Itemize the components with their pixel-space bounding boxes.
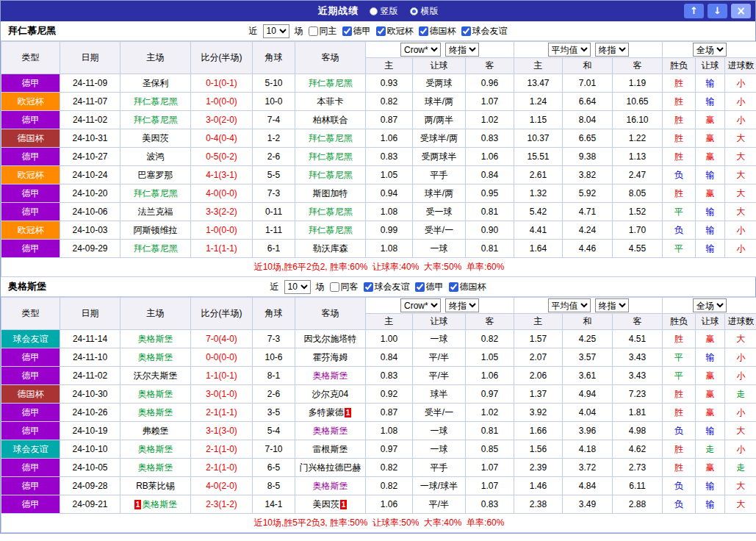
league-filter-checkbox[interactable]	[415, 282, 425, 292]
league-type-cell: 德甲	[1, 203, 60, 221]
odds-source-select[interactable]: 终指	[445, 43, 479, 57]
odds-cell: 1.66	[514, 422, 563, 440]
odds-cell: 1.37	[514, 385, 563, 404]
match-row: 德国杯24-10-31美因茨0-4(0-4)1-2拜仁慕尼黑1.06受球半/两0…	[1, 129, 756, 148]
home-team-cell: 奥格斯堡	[120, 440, 191, 459]
odds-cell: 4.84	[563, 477, 613, 495]
odds-cell: 3.61	[563, 367, 613, 385]
odds-cell: 6.65	[563, 129, 613, 148]
away-team-cell: 奥格斯堡	[295, 367, 366, 385]
score-cell: 4-0(0-0)	[191, 184, 253, 203]
column-subheader: 主	[514, 314, 563, 330]
home-team-cell: 1奥格斯堡	[120, 495, 191, 514]
column-header: 类型	[1, 42, 60, 74]
team-section: 拜仁慕尼黑近10场同主德甲欧冠杯德国杯球会友谊类型日期主场比分(半场)角球客场C…	[1, 21, 755, 277]
result-cell: 输	[696, 422, 725, 440]
result-cell: 赢	[696, 184, 725, 203]
away-team-cell: 拜仁慕尼黑	[295, 221, 366, 240]
score-cell: 1-0(0-0)	[191, 93, 253, 111]
odds-cell: 受半/一	[413, 404, 466, 422]
result-cell: 胜	[663, 404, 696, 422]
league-filter[interactable]: 球会友谊	[461, 25, 508, 37]
date-cell: 24-10-31	[60, 129, 120, 148]
view-mode-radio[interactable]: 横版	[410, 5, 439, 18]
column-subheader: 让球	[413, 314, 466, 330]
league-filter-checkbox[interactable]	[461, 26, 471, 36]
column-subheader: 进球数	[725, 314, 756, 330]
result-cell: 胜	[663, 111, 696, 129]
view-mode-radio[interactable]: 竖版	[370, 5, 398, 18]
result-cell: 大	[725, 203, 756, 221]
odds-source-select[interactable]: Crow*	[400, 43, 441, 57]
home-team-cell: 奥格斯堡	[120, 404, 191, 422]
column-header: 比分(半场)	[191, 298, 253, 330]
column-subheader: 和	[563, 314, 613, 330]
summary-row: 近10场,胜6平2负2, 胜率:60% 让球率:40% 大率:50% 单率:60…	[1, 258, 756, 277]
team-label: 美因茨	[313, 499, 339, 509]
odds-cell: 1.02	[466, 404, 514, 422]
match-row: 德甲24-09-29拜仁慕尼黑1-1(1-1)6-1勒沃库森1.08一球0.81…	[1, 240, 756, 258]
odds-cell: 0.81	[466, 203, 514, 221]
league-filter[interactable]: 德国杯	[419, 25, 456, 37]
team-label: 拜仁慕尼黑	[309, 78, 353, 88]
odds-source-select[interactable]: 终指	[595, 43, 629, 57]
column-subheader: 和	[563, 58, 613, 74]
odds-cell: 7.01	[563, 74, 613, 93]
panel-up-button[interactable]: ↑	[684, 4, 704, 18]
close-button[interactable]: ×	[731, 4, 751, 18]
odds-source-select[interactable]: 终指	[595, 298, 629, 312]
odds-cell: 球半	[413, 385, 466, 404]
home-team-cell: 沃尔夫斯堡	[120, 367, 191, 385]
home-team-cell: 弗赖堡	[120, 422, 191, 440]
date-cell: 24-10-05	[60, 459, 120, 477]
score-cell: 2-3(1-2)	[191, 495, 253, 514]
away-team-cell: 沙尔克04	[295, 385, 366, 404]
league-filter[interactable]: 德甲	[415, 281, 444, 293]
same-venue-filter-checkbox[interactable]	[330, 282, 339, 292]
match-count-select[interactable]: 10	[263, 24, 289, 38]
league-type-cell: 欧冠杯	[1, 166, 60, 184]
odds-cell: 16.10	[613, 111, 663, 129]
score-cell: 2-1(1-0)	[191, 459, 253, 477]
league-filter[interactable]: 德甲	[342, 25, 371, 37]
odds-cell: 3.96	[563, 422, 613, 440]
odds-cell: 0.82	[366, 477, 413, 495]
home-team-cell: 圣保利	[120, 74, 191, 93]
league-filter[interactable]: 德国杯	[449, 281, 486, 293]
score-cell: 1-1(0-1)	[191, 367, 253, 385]
same-venue-filter[interactable]: 同主	[309, 25, 337, 37]
column-header: 主场	[120, 42, 191, 74]
league-filter-checkbox[interactable]	[364, 282, 373, 292]
league-filter[interactable]: 球会友谊	[364, 281, 410, 293]
odds-cell: 0.87	[366, 111, 413, 129]
column-header: 角球	[253, 42, 295, 74]
odds-cell: 1.57	[514, 330, 563, 348]
odds-source-select[interactable]: 全场	[693, 43, 727, 57]
same-venue-filter-checkbox[interactable]	[309, 26, 318, 36]
league-filter-checkbox[interactable]	[419, 26, 428, 36]
odds-source-select[interactable]: 平均值	[548, 43, 591, 57]
odds-source-select[interactable]: 终指	[445, 298, 479, 312]
odds-cell: 0.82	[466, 330, 514, 348]
league-filter-checkbox[interactable]	[376, 26, 386, 36]
odds-cell: 1.19	[613, 74, 663, 93]
column-header: 类型	[1, 298, 60, 330]
result-cell: 小	[725, 240, 756, 258]
odds-source-select[interactable]: 全场	[693, 298, 727, 312]
match-row: 德甲24-10-06法兰克福3-3(2-2)0-11拜仁慕尼黑1.08受一球0.…	[1, 203, 756, 221]
odds-cell: 平/半	[413, 367, 466, 385]
result-cell: 胜	[663, 459, 696, 477]
same-venue-filter[interactable]: 同客	[330, 281, 359, 293]
odds-cell: 1.06	[466, 367, 514, 385]
panel-down-button[interactable]: ↓	[708, 4, 727, 18]
odds-source-select[interactable]: 平均值	[548, 298, 591, 312]
checkbox-label: 德国杯	[460, 281, 486, 293]
odds-source-select[interactable]: Crow*	[400, 298, 441, 312]
league-filter-checkbox[interactable]	[449, 282, 458, 292]
away-team-cell: 奥格斯堡	[295, 477, 366, 495]
match-count-select[interactable]: 10	[284, 280, 311, 294]
league-filter-checkbox[interactable]	[342, 26, 352, 36]
league-filter[interactable]: 欧冠杯	[376, 25, 414, 37]
odds-cell: 3.82	[563, 166, 613, 184]
result-cell: 大	[725, 148, 756, 166]
